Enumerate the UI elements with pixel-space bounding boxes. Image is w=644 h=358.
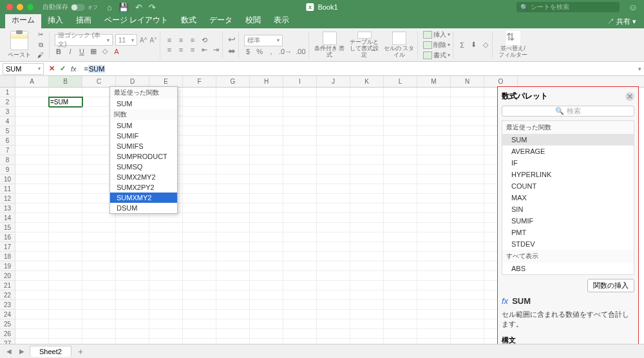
cell[interactable] bbox=[317, 97, 350, 107]
cell[interactable] bbox=[183, 184, 216, 194]
cell[interactable] bbox=[283, 300, 317, 310]
font-name-select[interactable]: 游ゴシック (本文)▾ bbox=[55, 34, 113, 46]
cell[interactable] bbox=[384, 184, 417, 194]
cell[interactable] bbox=[149, 223, 183, 232]
column-header[interactable]: E bbox=[149, 76, 183, 87]
row-header[interactable]: 2 bbox=[0, 97, 15, 107]
row-header[interactable]: 18 bbox=[0, 252, 15, 261]
sheet-nav-prev-icon[interactable]: ▶ bbox=[17, 348, 27, 355]
cell[interactable] bbox=[384, 194, 417, 203]
cell[interactable] bbox=[384, 88, 417, 97]
cell[interactable] bbox=[250, 165, 283, 174]
cell[interactable] bbox=[183, 126, 216, 136]
autocomplete-item[interactable]: SUMXMY2 bbox=[110, 193, 177, 203]
cell[interactable] bbox=[350, 242, 384, 252]
cell[interactable] bbox=[15, 165, 49, 174]
merge-cells-icon[interactable]: ⬌ bbox=[228, 46, 236, 56]
cell[interactable]: =SUM bbox=[49, 97, 82, 107]
cell[interactable] bbox=[283, 107, 317, 117]
cell[interactable] bbox=[283, 184, 317, 194]
cell[interactable] bbox=[183, 319, 216, 329]
cell[interactable] bbox=[49, 184, 82, 194]
cell[interactable] bbox=[116, 281, 149, 290]
cell[interactable] bbox=[250, 97, 283, 107]
fill-color-button[interactable]: ◇ bbox=[101, 47, 109, 55]
cell[interactable] bbox=[116, 213, 149, 223]
cell[interactable] bbox=[183, 213, 216, 223]
cell[interactable] bbox=[317, 174, 350, 184]
cell[interactable] bbox=[384, 339, 417, 344]
cell[interactable] bbox=[82, 339, 116, 344]
cell[interactable] bbox=[283, 146, 317, 155]
close-window-icon[interactable] bbox=[6, 4, 13, 10]
cell[interactable] bbox=[15, 194, 49, 203]
cell[interactable] bbox=[283, 271, 317, 281]
cell[interactable] bbox=[183, 242, 216, 252]
cell[interactable] bbox=[350, 174, 384, 184]
cell[interactable] bbox=[250, 339, 283, 344]
cell[interactable] bbox=[283, 223, 317, 232]
cell[interactable] bbox=[350, 329, 384, 339]
cell[interactable] bbox=[15, 281, 49, 290]
row-header[interactable]: 11 bbox=[0, 184, 15, 194]
cell[interactable] bbox=[384, 213, 417, 223]
cell[interactable] bbox=[183, 339, 216, 344]
cell[interactable] bbox=[451, 300, 484, 310]
cell[interactable] bbox=[216, 329, 250, 339]
row-header[interactable]: 24 bbox=[0, 310, 15, 319]
cell[interactable] bbox=[216, 107, 250, 117]
tab-view[interactable]: 表示 bbox=[267, 13, 296, 28]
cell[interactable] bbox=[350, 252, 384, 261]
cell[interactable] bbox=[149, 261, 183, 271]
increase-decimal-icon[interactable]: .0→ bbox=[279, 48, 292, 55]
cell[interactable] bbox=[216, 213, 250, 223]
cell[interactable] bbox=[49, 174, 82, 184]
cell[interactable] bbox=[216, 281, 250, 290]
cell[interactable] bbox=[350, 339, 384, 344]
row-header[interactable]: 26 bbox=[0, 329, 15, 339]
cell[interactable] bbox=[350, 310, 384, 319]
cell[interactable] bbox=[317, 117, 350, 126]
cell[interactable] bbox=[183, 194, 216, 203]
cell[interactable] bbox=[216, 184, 250, 194]
cell[interactable] bbox=[49, 281, 82, 290]
delete-cells-button[interactable]: 削除▾ bbox=[423, 41, 450, 50]
row-header[interactable]: 22 bbox=[0, 290, 15, 300]
cell[interactable] bbox=[451, 232, 484, 242]
cell[interactable] bbox=[451, 126, 484, 136]
cell[interactable] bbox=[250, 203, 283, 213]
insert-cells-button[interactable]: 挿入▾ bbox=[423, 30, 450, 39]
cell[interactable] bbox=[417, 203, 451, 213]
copy-icon[interactable]: ⧉ bbox=[35, 41, 46, 49]
undo-icon[interactable]: ↶ bbox=[135, 3, 142, 12]
cell[interactable] bbox=[216, 194, 250, 203]
cell[interactable] bbox=[417, 281, 451, 290]
cell[interactable] bbox=[49, 155, 82, 165]
insert-function-button[interactable]: 関数の挿入 bbox=[587, 279, 634, 292]
cell[interactable] bbox=[82, 281, 116, 290]
cell[interactable] bbox=[49, 194, 82, 203]
cell[interactable] bbox=[451, 107, 484, 117]
cell[interactable] bbox=[350, 232, 384, 242]
cell[interactable] bbox=[82, 271, 116, 281]
row-header[interactable]: 25 bbox=[0, 319, 15, 329]
row-header[interactable]: 16 bbox=[0, 232, 15, 242]
cell[interactable] bbox=[149, 271, 183, 281]
cell[interactable] bbox=[317, 213, 350, 223]
cell[interactable] bbox=[384, 136, 417, 146]
cell[interactable] bbox=[317, 339, 350, 344]
column-header[interactable]: I bbox=[283, 76, 317, 87]
cell[interactable] bbox=[283, 339, 317, 344]
cell[interactable] bbox=[283, 252, 317, 261]
row-header[interactable]: 9 bbox=[0, 165, 15, 174]
palette-function-item[interactable]: MAX bbox=[502, 192, 634, 203]
cell[interactable] bbox=[250, 319, 283, 329]
cell[interactable] bbox=[350, 261, 384, 271]
cell[interactable] bbox=[417, 339, 451, 344]
cell[interactable] bbox=[15, 261, 49, 271]
cell[interactable] bbox=[250, 136, 283, 146]
column-header[interactable]: N bbox=[451, 76, 484, 87]
cell[interactable] bbox=[250, 213, 283, 223]
palette-function-item[interactable]: STDEV bbox=[502, 238, 634, 250]
cell[interactable] bbox=[451, 242, 484, 252]
